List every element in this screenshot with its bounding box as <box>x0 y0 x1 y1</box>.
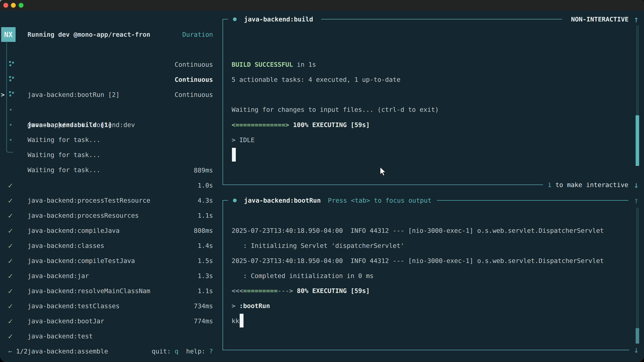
task-name: java-backend:test <box>28 329 93 344</box>
log-line: : Initializing Servlet 'dispatcherServle… <box>232 238 404 253</box>
panel-border <box>437 200 628 201</box>
pending-dot-icon <box>10 124 12 126</box>
panel-border <box>222 185 543 185</box>
task-status: Continuous <box>0 57 213 72</box>
minimize-button[interactable] <box>11 3 16 8</box>
panel-title: java-backend:bootRun <box>244 193 321 208</box>
quit-hint-label: quit: <box>152 348 174 355</box>
task-bullet-icon <box>233 199 237 202</box>
task-duration: 1.5s <box>0 253 213 268</box>
panel-border <box>321 19 562 19</box>
prompt-task-text: :bootRun <box>239 302 270 310</box>
help-hint-key: ? <box>209 348 213 355</box>
task-duration: 4.3s <box>0 193 213 208</box>
progress-bar: <=============> <box>232 121 289 129</box>
panel-border <box>222 350 629 350</box>
panel-border <box>222 200 228 201</box>
keyboard-hints: quit: q help: ? <box>0 344 213 359</box>
task-bullet-icon <box>233 17 237 21</box>
focus-hint: Press <tab> to focus output <box>328 193 432 208</box>
prompt-chevron: > <box>232 302 239 310</box>
scroll-down-icon[interactable]: ↓ <box>634 177 639 192</box>
terminal-cursor <box>232 148 236 162</box>
help-hint-label: help: <box>178 348 209 355</box>
panel-border <box>222 200 223 350</box>
task-duration: 1.1s <box>0 208 213 223</box>
panel-border <box>222 19 228 19</box>
log-line: 2025-07-23T13:40:18.950-04:00 INFO 44312… <box>232 223 604 238</box>
interactive-hint-label: to make interactive <box>556 181 628 189</box>
build-progress-line: <=============>100% EXECUTING [59s] <box>232 117 370 132</box>
build-idle-line: > IDLE <box>232 132 254 147</box>
check-icon: ✓ <box>8 329 13 344</box>
bootrun-progress-line: <<<=========--->80% EXECUTING [59s] <box>232 283 370 298</box>
build-time-text: in 1s <box>293 61 316 68</box>
quit-hint-key: q <box>174 348 178 355</box>
scroll-up-icon[interactable]: ↑ <box>634 12 639 27</box>
task-duration: 774ms <box>0 314 213 329</box>
log-line: : Completed initialization in 0 ms <box>232 268 374 283</box>
close-button[interactable] <box>3 3 8 8</box>
task-duration: 1.3s <box>0 268 213 283</box>
log-line: 2025-07-23T13:40:18.950-04:00 INFO 44312… <box>232 253 604 268</box>
build-tasks-line: 5 actionable tasks: 4 executed, 1 up-to-… <box>232 72 400 87</box>
interactive-hint-label <box>552 181 556 189</box>
task-duration: 808ms <box>0 223 213 238</box>
build-waiting-line: Waiting for changes to input files... (c… <box>232 102 439 117</box>
scrollbar-track[interactable] <box>636 208 637 328</box>
pending-task-label: Waiting for task... <box>28 147 100 162</box>
maximize-button[interactable] <box>18 3 24 8</box>
scrollbar-track[interactable] <box>636 25 637 115</box>
panel-mode-badge: NON-INTERACTIVE <box>571 12 628 27</box>
pending-dot-icon <box>10 109 12 111</box>
bootrun-prompt-line: > :bootRun <box>232 298 270 313</box>
task-duration: 1.4s <box>0 238 213 253</box>
panel-border <box>222 19 223 185</box>
scrollbar-track[interactable] <box>638 208 638 328</box>
terminal-input-text[interactable]: kk <box>232 313 239 329</box>
progress-bar-fill: ========= <box>243 287 278 295</box>
task-duration: 1.1s <box>0 283 213 299</box>
task-status: Continuous <box>0 87 213 102</box>
progress-status: 100% EXECUTING [59s] <box>293 121 370 129</box>
scroll-down-icon[interactable]: ↓ <box>634 342 639 357</box>
pending-task-row: Waiting for task... <box>0 117 222 132</box>
build-success-text: BUILD SUCCESSFUL <box>232 61 293 68</box>
scrollbar-thumb[interactable] <box>636 328 639 344</box>
progress-bar-prefix: <<< <box>232 287 243 295</box>
task-status: Continuous <box>0 72 213 87</box>
scrollbar-thumb[interactable] <box>636 115 639 166</box>
pending-task-row: Waiting for task... <box>0 102 222 117</box>
task-duration: 1.0s <box>0 178 213 193</box>
progress-status: 80% EXECUTING [59s] <box>297 287 370 295</box>
pending-task-row: Waiting for task... <box>0 132 222 147</box>
mouse-cursor <box>380 167 387 177</box>
titlebar <box>0 0 644 10</box>
task-duration: 734ms <box>0 299 213 314</box>
panel-title: java-backend:build <box>244 12 313 27</box>
build-result-line: BUILD SUCCESSFUL in 1s <box>232 57 316 72</box>
duration-column-header: Duration <box>0 27 213 42</box>
scrollbar-track[interactable] <box>638 25 638 115</box>
terminal-cursor <box>240 314 244 328</box>
interactive-hint: i to make interactive <box>548 177 628 192</box>
progress-bar-suffix: ---> <box>278 287 293 295</box>
pending-dot-icon <box>10 139 12 141</box>
scroll-up-icon[interactable]: ↑ <box>634 193 639 208</box>
terminal-window: NX Running dev @mono-app/react-fron Dura… <box>0 0 644 362</box>
interactive-hint-key: i <box>548 181 552 189</box>
task-duration: 889ms <box>0 163 213 178</box>
